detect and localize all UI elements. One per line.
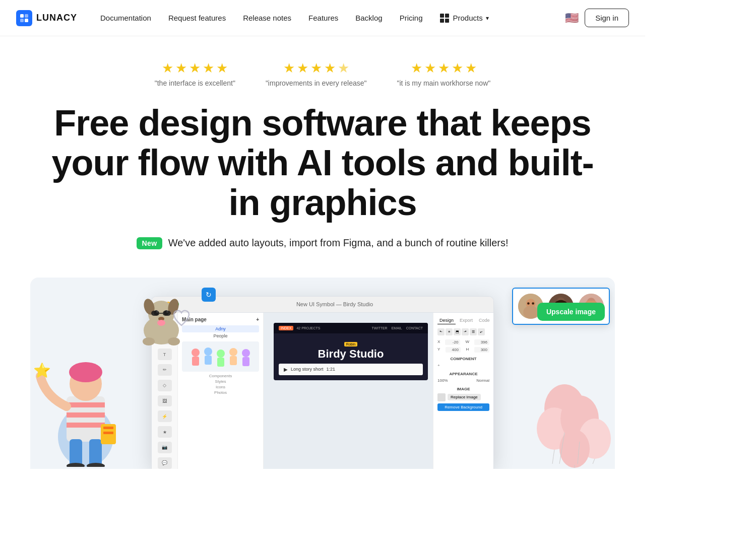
svg-rect-18 [103, 432, 113, 434]
review-3: ★ ★ ★ ★ ★ "it is my main workhorse now" [397, 60, 490, 87]
svg-rect-28 [163, 311, 171, 316]
svg-rect-27 [151, 311, 159, 316]
star-icon: ★ [452, 60, 463, 76]
props-tab-code[interactable]: Code [477, 317, 492, 324]
heart-decoration [171, 308, 192, 331]
svg-rect-3 [25, 19, 28, 22]
video-time: 1:21 [327, 367, 336, 372]
star-icon: ★ [438, 60, 450, 76]
tool-photos[interactable]: 📷 [158, 442, 172, 453]
svg-point-32 [143, 337, 155, 345]
website-nav: TWITTER EMAIL CONTACT [372, 326, 423, 330]
svg-rect-7 [67, 412, 105, 418]
website-mockup: INDEX 42 PROJECTS TWITTER EMAIL CONTACT … [274, 323, 428, 380]
website-robin-label: Robin [344, 342, 357, 347]
tool-pen[interactable]: ✏ [158, 364, 172, 376]
tool-shapes[interactable]: ◇ [158, 380, 172, 391]
star-icon: ★ [175, 60, 187, 76]
review-text-1: "the interface is excellent" [155, 79, 235, 87]
svg-point-58 [242, 349, 250, 357]
tool-components[interactable]: ⚡ [158, 410, 172, 422]
props-image-label: IMAGE [437, 387, 489, 391]
layer-item-adny[interactable]: Adny [182, 325, 259, 332]
logo-text: LUNACY [36, 13, 77, 23]
svg-point-56 [229, 348, 237, 356]
props-tab-export[interactable]: Export [458, 317, 475, 324]
products-label: Products [453, 14, 483, 22]
props-y-row: Y400 H300 [437, 347, 489, 353]
star-icon: ★ [424, 60, 436, 76]
sign-in-button[interactable]: Sign in [585, 9, 629, 27]
nav-backlog[interactable]: Backlog [348, 10, 389, 26]
svg-text:⭐: ⭐ [33, 362, 51, 379]
align-left-icon[interactable]: ⬑ [437, 328, 445, 335]
nav-right: 🇺🇸 Sign in [565, 9, 629, 27]
stars-2: ★ ★ ★ ★ ★ [283, 60, 349, 76]
star-icon: ★ [297, 60, 308, 76]
hero-section: ★ ★ ★ ★ ★ "the interface is excellent" ★… [0, 36, 645, 469]
review-text-2: "improvements in every release" [266, 79, 367, 87]
logo-link[interactable]: LUNACY [16, 10, 77, 26]
properties-panel: Design Export Code ⬑ ≡ ⬒ ⬏ ☰ ⬐ X-20 [433, 313, 493, 469]
website-nav-email: EMAIL [392, 326, 402, 330]
star-icon: ★ [203, 60, 214, 76]
svg-point-52 [204, 348, 212, 356]
remove-background-button[interactable]: Remove Background [437, 403, 489, 411]
layer-item-people[interactable]: People [182, 332, 259, 339]
star-icon: ★ [162, 60, 173, 76]
balloon-group [524, 318, 615, 469]
chevron-down-icon: ▾ [486, 15, 489, 22]
nav-pricing[interactable]: Pricing [393, 10, 430, 26]
svg-rect-1 [25, 14, 28, 18]
website-header: INDEX 42 PROJECTS TWITTER EMAIL CONTACT [274, 323, 428, 333]
svg-rect-8 [67, 423, 105, 428]
tool-comment[interactable]: 💬 [158, 457, 172, 469]
svg-rect-0 [20, 14, 24, 18]
website-video-row: ▶ Long story short 1:21 [279, 364, 423, 375]
props-opacity-row: 100% Normal [437, 378, 489, 383]
nav-documentation[interactable]: Documentation [93, 10, 158, 26]
align-right-icon[interactable]: ⬒ [454, 328, 461, 335]
props-tab-design[interactable]: Design [437, 317, 456, 324]
image-thumb-icon [437, 393, 446, 401]
svg-point-33 [168, 337, 180, 345]
website-index-badge: INDEX [279, 326, 293, 330]
svg-rect-6 [67, 402, 105, 407]
play-icon: ▶ [284, 367, 288, 372]
nav-release-notes[interactable]: Release notes [236, 10, 298, 26]
upscale-badge[interactable]: Upscale image [537, 303, 605, 321]
review-1: ★ ★ ★ ★ ★ "the interface is excellent" [155, 60, 235, 87]
tool-image[interactable]: 🖼 [158, 395, 172, 407]
nav-products-dropdown[interactable]: Products ▾ [433, 10, 496, 27]
app-preview: ⭐ [30, 278, 615, 469]
svg-rect-51 [192, 357, 199, 366]
nav-links: Documentation Request features Release n… [93, 10, 565, 27]
navbar: LUNACY Documentation Request features Re… [0, 0, 645, 36]
svg-point-50 [192, 349, 200, 357]
svg-point-31 [157, 320, 165, 326]
window-title: New UI Symbol — Birdy Studio [296, 301, 373, 307]
star-icon: ★ [310, 60, 322, 76]
stars-1: ★ ★ ★ ★ ★ [162, 60, 228, 76]
svg-point-36 [523, 306, 538, 319]
svg-point-54 [217, 350, 225, 358]
products-grid-icon [440, 14, 449, 23]
align-bottom-icon[interactable]: ⬐ [478, 328, 485, 335]
website-nav-contact: CONTACT [406, 326, 423, 330]
stars-3: ★ ★ ★ ★ ★ [411, 60, 477, 76]
star-icon: ★ [216, 60, 228, 76]
nav-features[interactable]: Features [301, 10, 345, 26]
svg-rect-12 [70, 439, 82, 467]
align-top-icon[interactable]: ⬏ [462, 328, 469, 335]
ai-refresh-icon: ↻ [202, 288, 216, 302]
star-half-icon: ★ [338, 60, 349, 76]
svg-rect-57 [230, 356, 237, 365]
align-center-icon[interactable]: ≡ [446, 328, 453, 335]
app-window: New UI Symbol — Birdy Studio ↖ □ T ✏ ◇ 🖼… [151, 296, 494, 469]
hero-headline: Free design software that keeps your flo… [45, 103, 600, 223]
language-flag[interactable]: 🇺🇸 [565, 12, 579, 25]
nav-request-features[interactable]: Request features [161, 10, 233, 26]
align-middle-icon[interactable]: ☰ [470, 328, 477, 335]
replace-image-button[interactable]: Replace Image [448, 394, 481, 400]
tool-icons[interactable]: ★ [158, 426, 172, 438]
